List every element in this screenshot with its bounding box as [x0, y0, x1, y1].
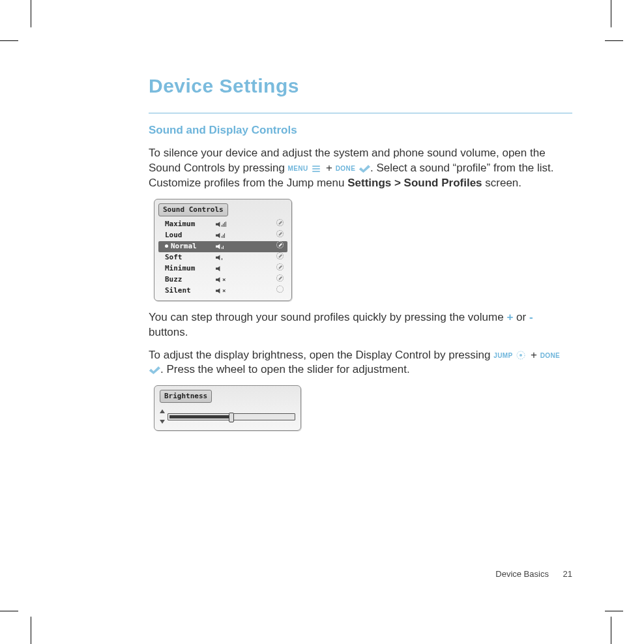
slider-arrows: [160, 409, 165, 424]
sound-profile-row[interactable]: Soft: [158, 252, 287, 263]
text: or: [513, 311, 529, 323]
profile-name: Loud: [165, 231, 216, 241]
speaker-icon: [216, 266, 242, 271]
slider-fill: [169, 415, 233, 418]
profile-name: Silent: [165, 286, 216, 296]
text: screen.: [482, 177, 521, 189]
page-title: Device Settings: [149, 75, 572, 97]
plus-key: +: [506, 311, 513, 323]
done-check-icon: [359, 163, 370, 172]
edit-profile-icon[interactable]: [273, 263, 284, 274]
text: buttons.: [149, 326, 188, 338]
edit-profile-icon[interactable]: [273, 219, 284, 229]
jump-icon: [516, 350, 527, 359]
menu-icon: [311, 164, 323, 173]
sound-profile-row[interactable]: Minimum: [158, 263, 287, 274]
paragraph-sound-intro: To silence your device and adjust the sy…: [149, 146, 572, 191]
edit-profile-icon[interactable]: [273, 274, 284, 285]
speaker-icon: [216, 233, 242, 238]
speaker-muted-icon: ×: [216, 276, 242, 284]
menu-path: Settings > Sound Profiles: [347, 177, 482, 189]
edit-profile-icon[interactable]: [273, 230, 284, 241]
panel-title: Brightness: [160, 390, 212, 403]
sound-profile-row[interactable]: Silent×: [158, 285, 287, 297]
paragraph-volume-step: You can step through your sound profiles…: [149, 310, 572, 340]
chevron-down-icon: [160, 420, 165, 424]
edit-profile-icon[interactable]: [273, 285, 284, 296]
done-key-label: DONE: [336, 165, 356, 172]
edit-profile-icon[interactable]: [273, 252, 284, 263]
speaker-icon: [216, 222, 242, 227]
panel-title: Sound Controls: [158, 203, 228, 216]
text: . Press the wheel to open the slider for…: [160, 363, 410, 375]
footer-section: Device Basics: [495, 569, 549, 579]
done-check-icon: [149, 364, 160, 373]
jump-key-label: JUMP: [493, 352, 512, 359]
footer-page-number: 21: [563, 569, 572, 579]
profile-name: Normal: [165, 242, 216, 252]
sound-controls-panel: Sound Controls MaximumLoudNormalSoftMini…: [154, 199, 292, 301]
profile-name: Maximum: [165, 220, 216, 229]
svg-point-1: [520, 354, 522, 357]
paragraph-brightness: To adjust the display brightness, open t…: [149, 348, 572, 378]
text: +: [326, 162, 336, 174]
menu-key-label: MENU: [288, 165, 308, 172]
sound-profile-row[interactable]: Loud: [158, 230, 287, 241]
sound-profile-list: MaximumLoudNormalSoftMinimumBuzz×Silent×: [158, 219, 287, 297]
text: +: [531, 349, 540, 361]
brightness-panel: Brightness: [154, 385, 301, 431]
profile-name: Minimum: [165, 264, 216, 274]
title-rule: [149, 113, 572, 113]
minus-key: -: [529, 311, 533, 323]
sound-profile-row[interactable]: Buzz×: [158, 274, 287, 285]
edit-profile-icon[interactable]: [273, 241, 284, 252]
speaker-icon: [216, 244, 242, 249]
speaker-icon: [216, 255, 242, 260]
speaker-muted-icon: ×: [216, 287, 242, 295]
profile-name: Soft: [165, 253, 216, 263]
done-key-label: DONE: [540, 352, 561, 359]
text: To adjust the display brightness, open t…: [149, 349, 493, 361]
brightness-slider[interactable]: [168, 413, 295, 420]
chevron-up-icon: [160, 409, 165, 413]
profile-name: Buzz: [165, 275, 216, 285]
sound-profile-row[interactable]: Maximum: [158, 219, 287, 230]
section-heading: Sound and Display Controls: [149, 124, 572, 137]
sound-profile-row[interactable]: Normal: [158, 241, 287, 252]
page-footer: Device Basics 21: [495, 569, 572, 579]
slider-knob[interactable]: [229, 413, 234, 422]
text: You can step through your sound profiles…: [149, 311, 506, 323]
